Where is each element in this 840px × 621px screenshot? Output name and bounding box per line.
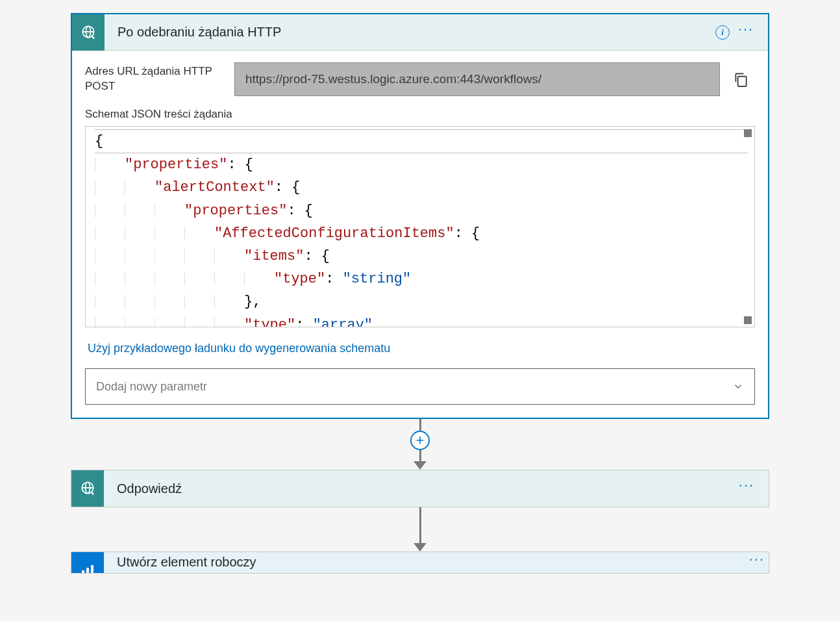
workitem-icon xyxy=(71,552,104,574)
response-header[interactable]: Odpowiedź ··· xyxy=(71,470,769,507)
copy-icon xyxy=(732,71,749,88)
response-menu-button[interactable]: ··· xyxy=(735,477,758,500)
schema-editor[interactable]: { "properties": { "alertContext": { "pro… xyxy=(85,126,755,327)
copy-url-button[interactable] xyxy=(726,65,755,94)
sample-payload-link[interactable]: Użyj przykładowego ładunku do wygenerowa… xyxy=(88,342,390,355)
svg-rect-9 xyxy=(91,565,93,574)
http-trigger-card: Po odebraniu żądania HTTP i ··· Adres UR… xyxy=(71,13,769,419)
workitem-title: Utwórz element roboczy xyxy=(117,552,745,570)
info-button[interactable]: i xyxy=(711,21,734,44)
svg-rect-8 xyxy=(86,568,89,574)
add-step-button[interactable]: + xyxy=(410,431,430,450)
create-workitem-card[interactable]: Utwórz element roboczy ··· xyxy=(71,551,769,574)
http-trigger-title: Po odebraniu żądania HTTP xyxy=(117,25,711,40)
http-icon xyxy=(72,14,105,51)
svg-rect-7 xyxy=(82,570,84,574)
add-parameter-placeholder: Dodaj nowy parametr xyxy=(96,380,207,394)
chevron-down-icon xyxy=(732,381,744,392)
url-field[interactable]: https://prod-75.westus.logic.azure.com:4… xyxy=(234,62,720,96)
svg-rect-3 xyxy=(738,77,747,86)
connector-1: + xyxy=(414,419,426,470)
connector-2 xyxy=(414,507,426,551)
url-label: Adres URL żądania HTTP POST xyxy=(85,64,234,94)
response-card[interactable]: Odpowiedź ··· xyxy=(71,470,769,507)
schema-label: Schemat JSON treści żądania xyxy=(85,108,755,121)
url-row: Adres URL żądania HTTP POST https://prod… xyxy=(85,62,755,96)
add-parameter-dropdown[interactable]: Dodaj nowy parametr xyxy=(85,368,755,405)
http-trigger-header[interactable]: Po odebraniu żądania HTTP i ··· xyxy=(72,14,768,51)
url-value: https://prod-75.westus.logic.azure.com:4… xyxy=(245,72,541,86)
http-icon xyxy=(71,470,104,507)
info-icon: i xyxy=(715,25,730,40)
trigger-body: Adres URL żądania HTTP POST https://prod… xyxy=(72,51,768,418)
trigger-menu-button[interactable]: ··· xyxy=(734,21,758,44)
response-title: Odpowiedź xyxy=(117,481,735,496)
workitem-menu-button[interactable]: ··· xyxy=(745,551,769,574)
schema-scrollbar[interactable] xyxy=(744,129,753,324)
